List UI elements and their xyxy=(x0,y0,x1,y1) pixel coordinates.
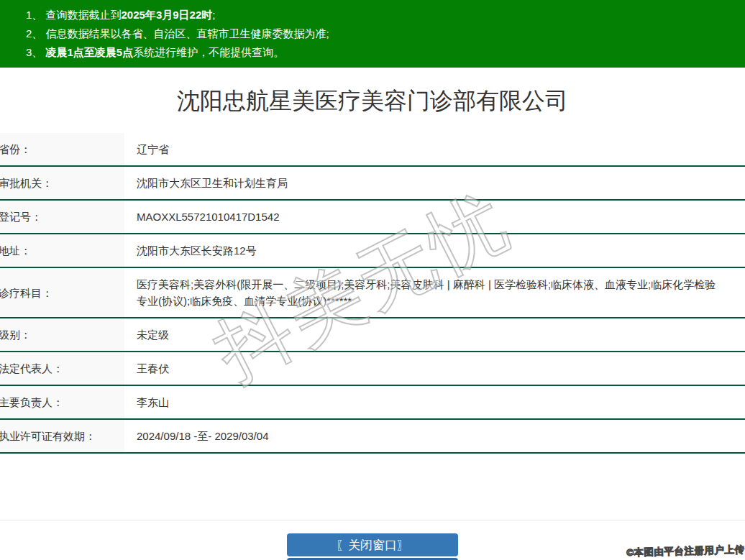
notice-text: 1、 查询数据截止到 xyxy=(26,9,122,21)
row-label: 主要负责人： xyxy=(0,386,124,418)
table-row-address: 地址： 沈阳市大东区长安路12号 xyxy=(0,234,745,268)
row-label: 法定代表人： xyxy=(0,352,124,385)
row-label: 执业许可证有效期： xyxy=(0,420,124,452)
notice-banner: 1、 查询数据截止到2025年3月9日22时; 2、 信息数据结果以各省、自治区… xyxy=(0,0,745,68)
table-row-approval-authority: 审批机关： 沈阳市大东区卫生和计划生育局 xyxy=(0,167,745,201)
row-value: 李东山 xyxy=(124,386,745,418)
row-value: MAOXXL55721010417D1542 xyxy=(124,201,745,233)
row-label: 审批机关： xyxy=(0,167,124,199)
row-value: 未定级 xyxy=(124,318,745,351)
divider xyxy=(0,520,745,520)
notice-line: 1、 查询数据截止到2025年3月9日22时; xyxy=(26,6,736,24)
table-row-treatment-subjects: 诊疗科目： 医疗美容科;美容外科(限开展一、二级项目);美容牙科;美容皮肤科 |… xyxy=(0,268,745,318)
notice-line: 2、 信息数据结果以各省、自治区、直辖市卫生健康委数据为准; xyxy=(26,24,736,43)
row-label: 级别： xyxy=(0,318,124,351)
notice-text: ; xyxy=(212,9,215,21)
notice-text: 系统进行维护，不能提供查询。 xyxy=(133,46,284,58)
table-row-level: 级别： 未定级 xyxy=(0,318,745,352)
notice-text-bold: 凌晨1点至凌晨5点 xyxy=(46,46,134,58)
row-value: 王春伏 xyxy=(124,352,745,385)
notice-text: 3、 xyxy=(26,46,46,58)
table-row-main-person-in-charge: 主要负责人： 李东山 xyxy=(0,386,745,420)
table-row-legal-representative: 法定代表人： 王春伏 xyxy=(0,352,745,386)
notice-line: 3、 凌晨1点至凌晨5点系统进行维护，不能提供查询。 xyxy=(26,43,736,62)
row-label: 登记号： xyxy=(0,201,124,233)
info-table: 省份： 辽宁省 审批机关： 沈阳市大东区卫生和计划生育局 登记号： MAOXXL… xyxy=(0,133,745,454)
row-value: 2024/09/18 -至- 2029/03/04 xyxy=(124,420,745,452)
row-label: 地址： xyxy=(0,234,124,267)
row-value: 沈阳市大东区长安路12号 xyxy=(124,234,745,267)
table-row-registration-number: 登记号： MAOXXL55721010417D1542 xyxy=(0,201,745,234)
row-value: 医疗美容科;美容外科(限开展一、二级项目);美容牙科;美容皮肤科 | 麻醉科 |… xyxy=(124,268,745,317)
row-value: 辽宁省 xyxy=(124,133,745,165)
table-row-province: 省份： 辽宁省 xyxy=(0,133,745,167)
table-row-license-validity: 执业许可证有效期： 2024/09/18 -至- 2029/03/04 xyxy=(0,420,745,454)
notice-text-bold: 2025年3月9日22时 xyxy=(122,9,213,21)
row-value: 沈阳市大东区卫生和计划生育局 xyxy=(124,167,745,199)
close-window-button[interactable]: 〖关闭窗口〗 xyxy=(287,533,458,556)
page-title: 沈阳忠航星美医疗美容门诊部有限公司 xyxy=(0,86,745,115)
notice-text: 2、 信息数据结果以各省、自治区、直辖市卫生健康委数据为准; xyxy=(26,27,329,40)
row-label: 省份： xyxy=(0,133,124,165)
upload-credit-watermark: ©本图由平台注册用户上传 xyxy=(626,543,744,559)
row-label: 诊疗科目： xyxy=(0,268,124,317)
